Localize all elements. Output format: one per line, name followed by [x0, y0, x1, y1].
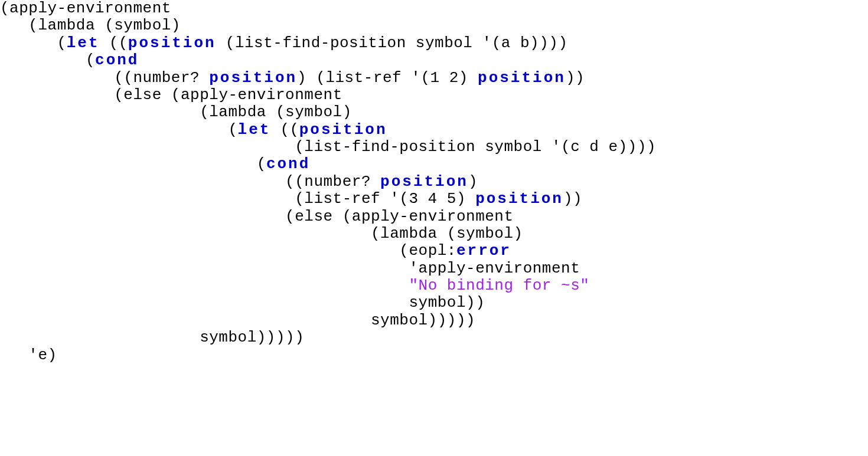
position-keyword: position [209, 69, 297, 87]
lambda-symbol: lambda (symbol) [38, 17, 181, 34]
position-keyword: position [478, 69, 566, 87]
number-predicate: number? [304, 173, 371, 191]
else-branch: else [123, 86, 161, 104]
position-keyword: position [299, 121, 387, 139]
quote-apply-env: 'apply-environment [409, 260, 580, 277]
fn-apply-environment: apply-environment [352, 208, 514, 225]
list-find-ab: list-find-position symbol '(a b) [235, 34, 539, 52]
symbol-close: symbol)) [409, 294, 485, 311]
error-keyword: error [456, 242, 511, 260]
position-keyword: position [475, 190, 563, 208]
symbol-close: symbol))))) [200, 329, 304, 346]
cond-keyword: cond [95, 51, 139, 69]
lambda-symbol: lambda (symbol) [209, 103, 352, 121]
symbol-close: symbol))))) [371, 311, 475, 329]
let-keyword: let [67, 34, 100, 52]
eopl: eopl [409, 242, 446, 260]
list-find-cde: list-find-position symbol '(c d e) [304, 138, 628, 156]
string-no-binding: "No binding for ~s" [409, 277, 589, 294]
fn-apply-environment: apply-environment [181, 86, 342, 104]
quote-e: 'e) [28, 346, 57, 364]
let-keyword: let [238, 121, 271, 139]
code-block: (apply-environment (lambda (symbol) (let… [0, 0, 868, 364]
list-ref-12: list-ref '(1 2) [325, 69, 468, 87]
lambda-symbol: lambda (symbol) [380, 225, 523, 242]
list-ref-345: list-ref '(3 4 5) [304, 190, 466, 208]
number-predicate: number? [133, 69, 200, 87]
position-keyword: position [380, 173, 468, 191]
else-branch: else [295, 208, 332, 225]
cond-keyword: cond [266, 155, 310, 173]
fn-apply-environment: apply-environment [9, 0, 171, 17]
position-keyword: position [128, 34, 216, 52]
